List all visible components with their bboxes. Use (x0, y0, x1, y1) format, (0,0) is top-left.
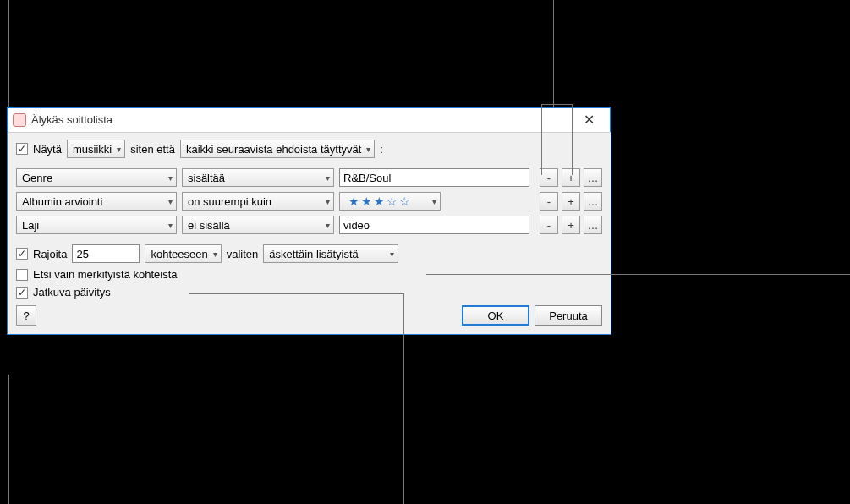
live-updating-checkbox[interactable] (16, 287, 28, 299)
rule-value-stars[interactable]: ★★★☆☆▾ (339, 192, 441, 211)
show-checkbox[interactable] (16, 143, 28, 155)
live-updating-label: Jatkuva päivitys (33, 286, 111, 299)
rules-container: Genre▾sisältää▾R&B/Soul-+…Albumin arvioi… (16, 168, 602, 234)
callout-line (403, 293, 404, 375)
rule-value-text: R&B/Soul (343, 172, 391, 184)
more-rule-button[interactable]: … (584, 192, 602, 211)
add-rule-button[interactable]: + (562, 192, 580, 211)
match-rule-dropdown[interactable]: kaikki seuraavista ehdoista täyttyvät ▾ (180, 140, 375, 158)
rule-field-dropdown[interactable]: Genre▾ (16, 168, 177, 187)
chevron-down-icon: ▾ (366, 145, 370, 154)
dialog-body: Näytä musiikki ▾ siten että kaikki seura… (8, 133, 611, 334)
callout-line (541, 104, 542, 175)
colon-label: : (380, 143, 383, 156)
callout-line (553, 0, 554, 107)
selected-by-dropdown[interactable]: äskettäin lisätyistä ▾ (263, 244, 398, 263)
limit-unit-dropdown[interactable]: kohteeseen ▾ (145, 244, 221, 263)
callout-line (403, 375, 404, 504)
limit-checkbox[interactable] (16, 248, 28, 260)
rule-button-bar: -+… (540, 192, 602, 211)
chevron-down-icon: ▾ (326, 221, 330, 230)
help-label: ? (23, 310, 29, 322)
help-button[interactable]: ? (16, 305, 36, 326)
add-rule-button[interactable]: + (562, 216, 580, 234)
limit-count-value: 25 (76, 248, 88, 260)
rule-value-input[interactable]: video (339, 216, 529, 234)
rule-op-value: ei sisällä (188, 219, 230, 232)
rule-button-bar: -+… (540, 216, 602, 234)
selected-by-value: äskettäin lisätyistä (269, 248, 359, 260)
limit-label: Rajoita (33, 248, 67, 260)
chevron-down-icon: ▾ (168, 197, 173, 206)
chevron-down-icon: ▾ (168, 221, 173, 230)
callout-line (572, 104, 573, 175)
rule-field-dropdown[interactable]: Albumin arviointi▾ (16, 192, 177, 211)
ok-label: OK (488, 310, 504, 322)
live-updating-row: Jatkuva päivitys (16, 286, 602, 299)
callout-line (541, 104, 572, 105)
chevron-down-icon: ▾ (168, 173, 173, 183)
rule-op-dropdown[interactable]: sisältää▾ (182, 168, 334, 187)
more-rule-button[interactable]: … (584, 216, 602, 234)
show-label: Näytä (33, 143, 62, 156)
media-type-dropdown[interactable]: musiikki ▾ (67, 140, 125, 158)
chevron-down-icon: ▾ (326, 173, 330, 183)
callout-line (8, 375, 9, 504)
app-icon (13, 113, 26, 127)
dialog-title: Älykäs soittolista (31, 113, 572, 126)
rule-row: Albumin arviointi▾on suurempi kuin▾★★★☆☆… (16, 192, 602, 211)
ok-button[interactable]: OK (462, 305, 529, 326)
remove-rule-button[interactable]: - (540, 168, 558, 187)
titlebar: Älykäs soittolista ✕ (8, 107, 611, 133)
limit-count-input[interactable]: 25 (72, 244, 140, 263)
rule-value-input[interactable]: R&B/Soul (339, 168, 529, 187)
rule-field-dropdown[interactable]: Laji▾ (16, 216, 177, 234)
selected-by-label: valiten (227, 248, 259, 260)
rule-row: Genre▾sisältää▾R&B/Soul-+… (16, 168, 602, 187)
chevron-down-icon: ▾ (390, 249, 394, 259)
stars-value: ★★★☆☆ (345, 194, 412, 208)
rule-button-bar: -+… (540, 168, 602, 187)
limit-row: Rajoita 25 kohteeseen ▾ valiten äskettäi… (16, 244, 602, 263)
rule-field-value: Albumin arviointi (22, 195, 102, 208)
rule-op-dropdown[interactable]: on suurempi kuin▾ (182, 192, 334, 211)
footer-row: ? OK Peruuta (16, 305, 602, 326)
chevron-down-icon: ▾ (213, 249, 217, 259)
remove-rule-button[interactable]: - (540, 192, 558, 211)
close-button[interactable]: ✕ (572, 108, 606, 132)
limit-unit-value: kohteeseen (151, 248, 207, 260)
rule-row: Laji▾ei sisällä▾video-+… (16, 216, 602, 234)
chevron-down-icon: ▾ (432, 197, 436, 206)
chevron-down-icon: ▾ (117, 145, 121, 154)
media-type-value: musiikki (73, 143, 112, 156)
more-rule-button[interactable]: … (584, 168, 602, 187)
add-rule-button[interactable]: + (562, 168, 580, 187)
rule-op-dropdown[interactable]: ei sisällä▾ (182, 216, 334, 234)
rule-op-value: on suurempi kuin (188, 195, 271, 208)
remove-rule-button[interactable]: - (540, 216, 558, 234)
rule-op-value: sisältää (188, 172, 225, 184)
rule-field-value: Genre (22, 172, 52, 184)
callout-line (189, 293, 403, 294)
callout-line (8, 0, 9, 107)
chevron-down-icon: ▾ (326, 197, 330, 206)
rule-field-value: Laji (22, 219, 39, 232)
match-rule-value: kaikki seuraavista ehdoista täyttyvät (186, 143, 361, 156)
cancel-label: Peruuta (549, 310, 588, 322)
cancel-button[interactable]: Peruuta (535, 305, 602, 326)
when-label: siten että (130, 143, 175, 156)
checked-only-checkbox[interactable] (16, 269, 28, 281)
smart-playlist-dialog: Älykäs soittolista ✕ Näytä musiikki ▾ si… (7, 107, 611, 335)
match-rule-row: Näytä musiikki ▾ siten että kaikki seura… (16, 140, 602, 158)
callout-line (426, 274, 850, 275)
rule-value-text: video (343, 219, 370, 232)
checked-only-label: Etsi vain merkityistä kohteista (33, 268, 178, 281)
